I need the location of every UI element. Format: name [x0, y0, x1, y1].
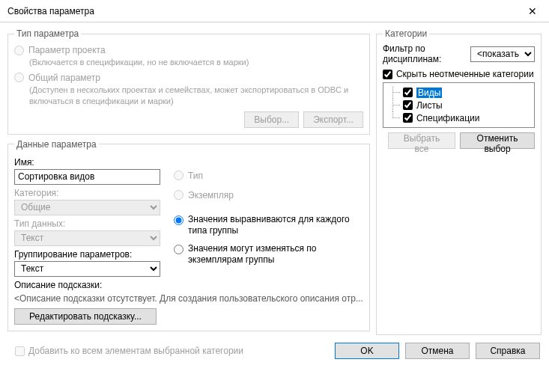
project-param-hint: (Включается в спецификации, но не включа… [29, 57, 363, 68]
filter-label: Фильтр по дисциплинам: [383, 43, 466, 64]
shared-param-hint: (Доступен в нескольких проектах и семейс… [29, 85, 363, 107]
tree-item-checkbox[interactable] [403, 100, 413, 110]
tooltip-desc: <Описание подсказки отсутствует. Для соз… [14, 293, 363, 304]
help-button[interactable]: Справка [476, 343, 540, 359]
tree-item-checkbox[interactable] [403, 88, 413, 97]
radio-values-vary-label: Значения могут изменяться по экземплярам… [188, 243, 363, 266]
add-all-checkbox [15, 346, 25, 356]
ok-button[interactable]: OK [335, 343, 399, 359]
tree-item: Спецификации [388, 111, 530, 124]
name-input[interactable] [14, 169, 160, 185]
radio-instance-label: Экземпляр [188, 190, 234, 200]
radio-shared-param-label: Общий параметр [28, 73, 100, 83]
tree-item-label[interactable]: Виды [416, 88, 442, 98]
datatype-select: Текст [14, 230, 160, 246]
radio-values-vary[interactable] [174, 245, 183, 254]
tooltip-label: Описание подсказки: [14, 280, 363, 290]
category-select: Общие [14, 200, 160, 215]
param-type-legend: Тип параметра [14, 28, 81, 39]
window-title: Свойства параметра [7, 6, 515, 16]
param-type-group: Тип параметра Параметр проекта (Включает… [7, 28, 370, 135]
categories-legend: Категории [383, 28, 429, 39]
tree-branch-icon [388, 99, 401, 111]
tree-branch-icon [388, 111, 401, 124]
close-icon[interactable]: ✕ [515, 0, 549, 22]
tree-item-checkbox[interactable] [403, 113, 413, 123]
tree-item-label[interactable]: Листы [416, 100, 443, 111]
select-all-button: Выбрать все [388, 132, 455, 149]
radio-values-align[interactable] [174, 215, 183, 225]
param-data-group: Данные параметра Имя: Категория: Общие Т… [7, 139, 370, 331]
cancel-button[interactable]: Отмена [405, 343, 470, 359]
tree-item-label[interactable]: Спецификации [416, 113, 479, 123]
radio-values-align-label: Значения выравниваются для каждого типа … [188, 214, 363, 237]
name-label: Имя: [14, 157, 160, 168]
grouping-select[interactable]: Текст [14, 261, 160, 277]
radio-shared-param [14, 73, 24, 82]
hide-unchecked-label: Скрыть неотмеченные категории [396, 69, 534, 79]
datatype-label: Тип данных: [14, 218, 160, 229]
radio-type-label: Тип [188, 171, 203, 181]
hide-unchecked-checkbox[interactable] [383, 70, 392, 79]
param-data-legend: Данные параметра [14, 139, 99, 150]
deselect-button[interactable]: Отменить выбор [460, 132, 535, 149]
add-all-label: Добавить ко всем элементам выбранной кат… [28, 346, 243, 356]
export-button: Экспорт... [303, 111, 363, 128]
categories-tree[interactable]: Виды Листы Спецификации [383, 82, 535, 128]
tree-branch-icon [388, 86, 401, 99]
radio-project-param-label: Параметр проекта [28, 45, 106, 55]
tree-item: Виды [388, 86, 530, 99]
edit-tooltip-button[interactable]: Редактировать подсказку... [14, 308, 157, 325]
choose-button: Выбор... [244, 111, 299, 128]
grouping-label: Группирование параметров: [14, 249, 160, 260]
categories-group: Категории Фильтр по дисциплинам: <показа… [376, 28, 542, 335]
radio-instance [174, 190, 183, 200]
filter-select[interactable]: <показать [470, 46, 535, 62]
radio-project-param [14, 46, 24, 55]
radio-type [174, 171, 183, 180]
category-label: Категория: [14, 188, 160, 198]
tree-item: Листы [388, 99, 530, 111]
titlebar: Свойства параметра ✕ [0, 0, 549, 22]
